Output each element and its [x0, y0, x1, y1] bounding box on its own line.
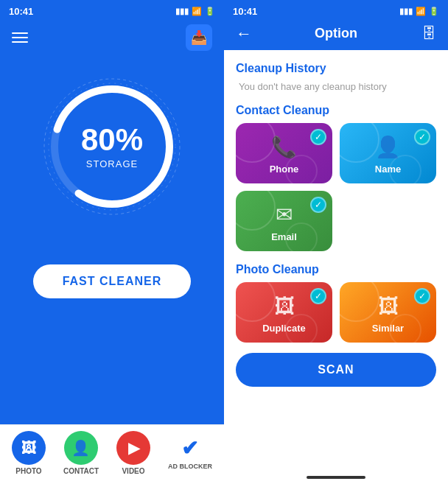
photo-nav-icon: 🖼	[12, 431, 46, 465]
photo-card-grid: ✓ 🖼 Duplicate ✓ 🖼 Similar	[236, 282, 436, 343]
name-card[interactable]: ✓ 👤 Name	[340, 123, 436, 183]
nav-contact[interactable]: 👤 CONTACT	[63, 431, 99, 475]
back-button[interactable]: ←	[236, 24, 252, 43]
photo-label: PHOTO	[15, 467, 41, 475]
nav-video[interactable]: ▶ VIDEO	[116, 431, 150, 475]
duplicate-label: Duplicate	[262, 323, 306, 334]
email-icon: ✉	[276, 203, 293, 227]
contact-cleanup-title: Contact Cleanup	[236, 104, 436, 117]
database-icon: 🗄	[421, 25, 436, 42]
status-bar-right: 10:41 ▮▮▮ 📶 🔋	[224, 0, 448, 20]
name-label: Name	[375, 164, 401, 175]
email-card-row: ✓ ✉ Email	[236, 191, 436, 251]
video-icon: ▶	[128, 439, 139, 457]
battery-right-icon: 🔋	[429, 7, 439, 16]
ad-blocker-check-icon: ✔	[181, 436, 198, 460]
similar-label: Similar	[372, 323, 404, 334]
similar-icon: 🖼	[378, 294, 399, 318]
time-right: 10:41	[233, 6, 257, 17]
home-indicator	[307, 476, 365, 479]
status-icons-right: ▮▮▮ 📶 🔋	[399, 7, 439, 16]
nav-ad-blocker[interactable]: ✔ AD BLOCKER	[168, 436, 212, 470]
header-left: 📥	[0, 20, 224, 58]
video-nav-icon: ▶	[116, 431, 150, 465]
wifi-icon: 📶	[192, 7, 202, 16]
option-header: ← Option 🗄	[224, 20, 448, 50]
similar-card[interactable]: ✓ 🖼 Similar	[340, 282, 436, 343]
bottom-nav: 🖼 PHOTO 👤 CONTACT ▶ VIDEO ✔ AD BLOCKER	[0, 424, 224, 484]
fast-cleaner-button[interactable]: FAST CLEANER	[33, 264, 192, 298]
signal-right-icon: ▮▮▮	[399, 7, 413, 16]
phone-label: Phone	[270, 164, 299, 175]
time-left: 10:41	[9, 6, 33, 17]
photo-cleanup-title: Photo Cleanup	[236, 263, 436, 276]
cleanup-history-title: Cleanup History	[236, 62, 436, 75]
menu-icon[interactable]	[12, 32, 28, 43]
signal-icon: ▮▮▮	[175, 7, 189, 16]
left-panel: 10:41 ▮▮▮ 📶 🔋 📥 80% STORAGE	[0, 0, 224, 484]
storage-percent: 80%	[81, 124, 143, 155]
right-panel: 10:41 ▮▮▮ 📶 🔋 ← Option 🗄 Cleanup History…	[224, 0, 448, 484]
email-label: Email	[271, 231, 297, 242]
name-check-icon: ✓	[414, 129, 430, 145]
bottom-bar	[224, 471, 448, 484]
battery-icon: 🔋	[205, 7, 215, 16]
status-icons-left: ▮▮▮ 📶 🔋	[175, 7, 215, 16]
contact-nav-icon: 👤	[64, 431, 98, 465]
contact-label: CONTACT	[63, 467, 99, 475]
storage-label: STORAGE	[81, 158, 143, 169]
photo-icon: 🖼	[21, 440, 36, 457]
nav-photo[interactable]: 🖼 PHOTO	[12, 431, 46, 475]
right-content: Cleanup History You don't have any clean…	[224, 50, 448, 471]
duplicate-card[interactable]: ✓ 🖼 Duplicate	[236, 282, 332, 343]
storage-icon-btn[interactable]: 📥	[186, 24, 212, 51]
scan-button[interactable]: SCAN	[236, 353, 436, 387]
phone-icon: 📞	[271, 135, 297, 159]
name-person-icon: 👤	[375, 135, 401, 159]
status-bar-left: 10:41 ▮▮▮ 📶 🔋	[0, 0, 224, 20]
duplicate-check-icon: ✓	[310, 288, 326, 304]
option-title: Option	[315, 26, 357, 41]
contact-icon: 👤	[71, 439, 90, 457]
phone-card[interactable]: ✓ 📞 Phone	[236, 123, 332, 183]
storage-circle: 80% STORAGE	[38, 73, 186, 220]
contact-card-grid: ✓ 📞 Phone ✓ 👤 Name	[236, 123, 436, 183]
wifi-right-icon: 📶	[416, 7, 426, 16]
phone-check-icon: ✓	[310, 129, 326, 145]
ad-blocker-label: AD BLOCKER	[168, 463, 212, 470]
inbox-icon: 📥	[191, 29, 207, 46]
video-label: VIDEO	[122, 467, 144, 475]
duplicate-icon: 🖼	[274, 294, 295, 318]
circle-center: 80% STORAGE	[81, 124, 143, 169]
email-check-icon: ✓	[310, 197, 326, 213]
similar-check-icon: ✓	[414, 288, 430, 304]
cleanup-history-empty: You don't have any cleanup history	[236, 81, 436, 92]
email-card[interactable]: ✓ ✉ Email	[236, 191, 332, 251]
